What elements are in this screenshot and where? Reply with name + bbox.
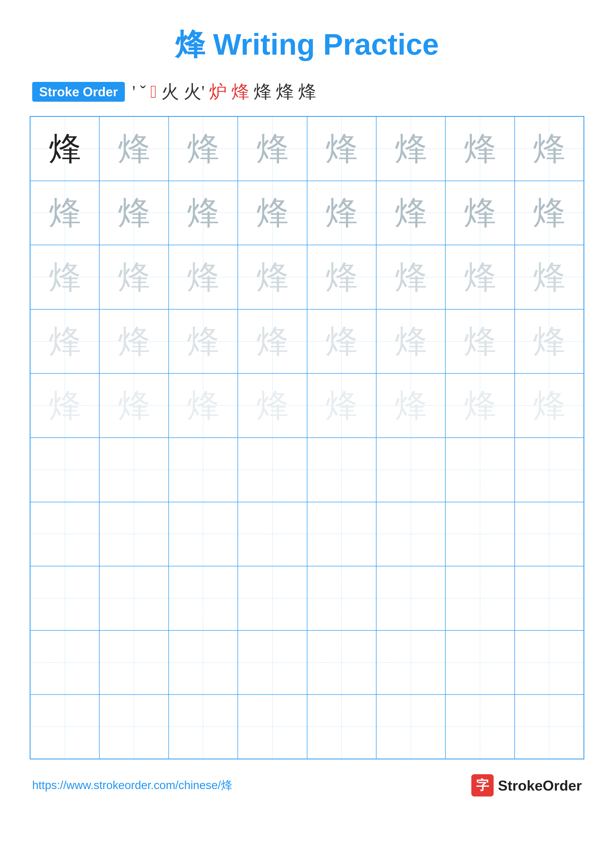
practice-char: 烽: [118, 326, 150, 358]
grid-cell-r7c5[interactable]: [307, 502, 376, 566]
grid-cell-r1c6: 烽: [376, 116, 445, 181]
grid-cell-r5c4: 烽: [238, 374, 307, 438]
practice-char: 烽: [395, 326, 427, 358]
practice-char: 烽: [533, 133, 565, 165]
grid-cell-r9c3[interactable]: [169, 631, 238, 695]
grid-cell-r6c8[interactable]: [515, 438, 584, 502]
grid-cell-r10c4[interactable]: [238, 694, 307, 759]
grid-cell-r7c7[interactable]: [445, 502, 515, 566]
grid-cell-r10c1[interactable]: [30, 694, 99, 759]
practice-char: 烽: [49, 197, 81, 229]
grid-cell-r7c8[interactable]: [515, 502, 584, 566]
stroke-3: 𠄌: [150, 82, 157, 102]
practice-char: 烽: [256, 197, 289, 229]
stroke-7: 烽: [231, 80, 249, 104]
grid-cell-r4c7: 烽: [445, 309, 515, 374]
grid-cell-r7c3[interactable]: [169, 502, 238, 566]
grid-cell-r6c5[interactable]: [307, 438, 376, 502]
practice-char: 烽: [464, 133, 496, 165]
grid-cell-r8c2[interactable]: [99, 566, 168, 631]
grid-cell-r10c3[interactable]: [169, 694, 238, 759]
page-title: 烽 Writing Practice: [30, 25, 584, 65]
practice-char: 烽: [395, 133, 427, 165]
practice-char: 烽: [464, 389, 496, 422]
grid-cell-r4c3: 烽: [169, 309, 238, 374]
grid-cell-r3c7: 烽: [445, 245, 515, 309]
practice-char: 烽: [187, 197, 219, 229]
title-label: Writing Practice: [213, 28, 438, 61]
grid-cell-r8c3[interactable]: [169, 566, 238, 631]
stroke-10: 烽: [298, 80, 316, 104]
grid-cell-r10c6[interactable]: [376, 694, 445, 759]
brand-name: StrokeOrder: [498, 777, 582, 794]
grid-cell-r10c5[interactable]: [307, 694, 376, 759]
practice-char: 烽: [325, 133, 358, 165]
grid-cell-r6c7[interactable]: [445, 438, 515, 502]
grid-cell-r9c8[interactable]: [515, 631, 584, 695]
grid-cell-r3c8: 烽: [515, 245, 584, 309]
stroke-2: ˇ: [140, 82, 146, 102]
grid-cell-r10c7[interactable]: [445, 694, 515, 759]
grid-cell-r9c1[interactable]: [30, 631, 99, 695]
grid-cell-r1c4: 烽: [238, 116, 307, 181]
practice-char: 烽: [256, 261, 289, 293]
grid-cell-r5c1: 烽: [30, 374, 99, 438]
grid-cell-r8c6[interactable]: [376, 566, 445, 631]
practice-char: 烽: [533, 261, 565, 293]
grid-cell-r9c4[interactable]: [238, 631, 307, 695]
grid-cell-r9c2[interactable]: [99, 631, 168, 695]
stroke-9: 烽: [276, 80, 294, 104]
grid-cell-r2c4: 烽: [238, 181, 307, 245]
grid-cell-r2c6: 烽: [376, 181, 445, 245]
practice-char: 烽: [187, 326, 219, 358]
grid-cell-r8c8[interactable]: [515, 566, 584, 631]
grid-cell-r6c4[interactable]: [238, 438, 307, 502]
footer: https://www.strokeorder.com/chinese/烽 字 …: [30, 774, 584, 797]
grid-cell-r2c7: 烽: [445, 181, 515, 245]
grid-cell-r2c1: 烽: [30, 181, 99, 245]
practice-char: 烽: [118, 261, 150, 293]
grid-cell-r7c2[interactable]: [99, 502, 168, 566]
grid-cell-r6c6[interactable]: [376, 438, 445, 502]
grid-cell-r3c2: 烽: [99, 245, 168, 309]
footer-brand: 字 StrokeOrder: [471, 774, 582, 797]
practice-char: 烽: [49, 389, 81, 422]
grid-cell-r8c7[interactable]: [445, 566, 515, 631]
practice-char: 烽: [464, 197, 496, 229]
grid-cell-r6c1[interactable]: [30, 438, 99, 502]
stroke-5: 火': [183, 80, 205, 104]
grid-cell-r9c7[interactable]: [445, 631, 515, 695]
grid-cell-r9c5[interactable]: [307, 631, 376, 695]
grid-cell-r9c6[interactable]: [376, 631, 445, 695]
grid-cell-r8c4[interactable]: [238, 566, 307, 631]
practice-char: 烽: [187, 261, 219, 293]
grid-cell-r8c5[interactable]: [307, 566, 376, 631]
grid-cell-r7c6[interactable]: [376, 502, 445, 566]
grid-cell-r8c1[interactable]: [30, 566, 99, 631]
stroke-order-chars: ' ˇ 𠄌 火 火' 炉 烽 烽 烽 烽: [132, 80, 316, 104]
practice-char: 烽: [118, 389, 150, 422]
grid-cell-r6c3[interactable]: [169, 438, 238, 502]
grid-cell-r4c5: 烽: [307, 309, 376, 374]
practice-char: 烽: [49, 261, 81, 293]
brand-icon: 字: [471, 774, 494, 797]
grid-cell-r5c6: 烽: [376, 374, 445, 438]
footer-url[interactable]: https://www.strokeorder.com/chinese/烽: [32, 778, 232, 793]
practice-char: 烽: [256, 389, 289, 422]
grid-cell-r2c8: 烽: [515, 181, 584, 245]
grid-cell-r6c2[interactable]: [99, 438, 168, 502]
grid-cell-r3c4: 烽: [238, 245, 307, 309]
stroke-4: 火: [161, 80, 179, 104]
grid-cell-r7c4[interactable]: [238, 502, 307, 566]
practice-char: 烽: [395, 261, 427, 293]
grid-cell-r7c1[interactable]: [30, 502, 99, 566]
practice-char: 烽: [464, 326, 496, 358]
grid-cell-r10c2[interactable]: [99, 694, 168, 759]
practice-char: 烽: [395, 389, 427, 422]
grid-cell-r2c2: 烽: [99, 181, 168, 245]
grid-cell-r4c1: 烽: [30, 309, 99, 374]
grid-cell-r10c8[interactable]: [515, 694, 584, 759]
stroke-8: 烽: [253, 80, 272, 104]
practice-char: 烽: [118, 133, 150, 165]
practice-char: 烽: [533, 326, 565, 358]
